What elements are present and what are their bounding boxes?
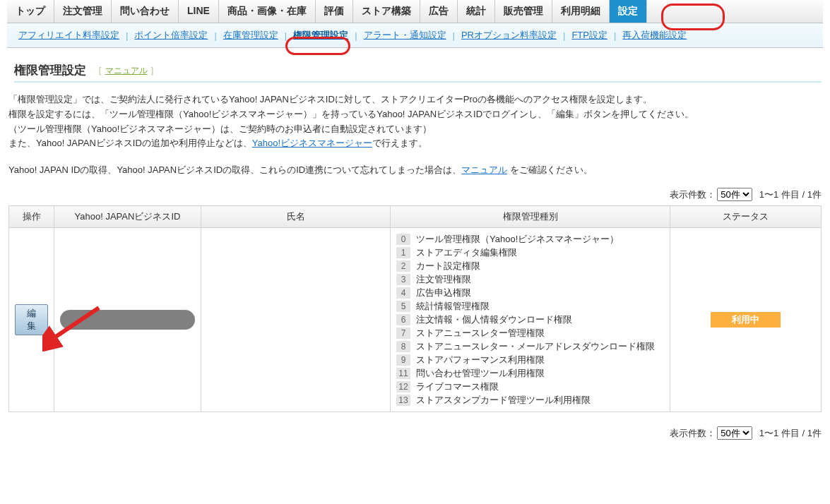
permission-number: 7 bbox=[396, 328, 410, 339]
yahoo-biz-manager-link[interactable]: Yahoo!ビジネスマネージャー bbox=[252, 138, 372, 148]
permission-item: 6注文情報・個人情報ダウンロード権限 bbox=[396, 313, 664, 326]
cell-permissions: 0ツール管理権限（Yahoo!ビジネスマネージャー）1ストアエディタ編集権限2カ… bbox=[391, 228, 670, 412]
permission-text: カート設定権限 bbox=[416, 260, 480, 272]
sub-tab-sep: | bbox=[451, 30, 457, 41]
main-tab-11[interactable]: 設定 bbox=[610, 0, 647, 23]
permission-text: ライブコマース権限 bbox=[416, 380, 499, 393]
permissions-table: 操作 Yahoo! JAPANビジネスID 氏名 権限管理種別 ステータス 編集… bbox=[8, 205, 822, 412]
permission-item: 2カート設定権限 bbox=[396, 260, 664, 272]
permission-text: ストアエディタ編集権限 bbox=[416, 246, 517, 259]
permission-text: ツール管理権限（Yahoo!ビジネスマネージャー） bbox=[416, 233, 619, 246]
desc-line-4: また、Yahoo! JAPANビジネスIDの追加や利用停止などは、Yahoo!ビ… bbox=[8, 136, 822, 151]
sub-tab-sep: | bbox=[124, 30, 130, 41]
permission-text: 注文管理権限 bbox=[416, 273, 471, 286]
pager-bottom: 表示件数：50件 1〜1 件目 / 1件 bbox=[8, 426, 822, 440]
sub-tab-4[interactable]: アラート・通知設定 bbox=[360, 28, 451, 43]
permission-text: 広告申込権限 bbox=[416, 287, 471, 299]
page-size-select[interactable]: 50件 bbox=[717, 188, 752, 201]
sub-tab-bar: アフィリエイト料率設定|ポイント倍率設定|在庫管理設定|権限管理設定|アラート・… bbox=[7, 23, 823, 48]
permission-item: 0ツール管理権限（Yahoo!ビジネスマネージャー） bbox=[396, 233, 664, 246]
main-tab-9[interactable]: 販売管理 bbox=[495, 0, 552, 23]
th-status: ステータス bbox=[670, 206, 822, 228]
permission-item: 13ストアスタンプカード管理ツール利用権限 bbox=[396, 394, 664, 407]
sub-tab-7[interactable]: 再入荷機能設定 bbox=[618, 28, 691, 43]
table-header-row: 操作 Yahoo! JAPANビジネスID 氏名 権限管理種別 ステータス bbox=[9, 206, 822, 228]
main-tab-1[interactable]: 注文管理 bbox=[54, 0, 112, 23]
desc-line-2: 権限を設定するには、「ツール管理権限（Yahoo!ビジネスマネージャー）」を持っ… bbox=[8, 107, 822, 122]
permission-text: 統計情報管理権限 bbox=[416, 300, 490, 313]
redacted-id bbox=[60, 310, 195, 330]
pager-label: 表示件数： bbox=[670, 189, 716, 200]
page-title-row: 権限管理設定 ［ マニュアル ］ bbox=[14, 62, 822, 83]
sub-tab-sep: | bbox=[561, 30, 567, 41]
permission-number: 6 bbox=[396, 314, 410, 325]
sub-tab-1[interactable]: ポイント倍率設定 bbox=[130, 28, 212, 43]
desc-line-4-post: で行えます。 bbox=[372, 138, 427, 148]
sub-tab-6[interactable]: FTP設定 bbox=[567, 28, 612, 43]
permission-text: ストアニュースレター・メールアドレスダウンロード権限 bbox=[416, 340, 655, 353]
page-size-select-bottom[interactable]: 50件 bbox=[717, 426, 752, 440]
description-block: 「権限管理設定」では、ご契約法人に発行されているYahoo! JAPANビジネス… bbox=[8, 92, 822, 151]
main-tab-6[interactable]: ストア構築 bbox=[353, 0, 420, 23]
permission-number: 5 bbox=[396, 301, 410, 312]
desc-line-3: （ツール管理権限（Yahoo!ビジネスマネージャー）は、ご契約時のお申込者に自動… bbox=[8, 122, 822, 137]
permission-text: ストアニュースレター管理権限 bbox=[416, 327, 545, 340]
edit-button[interactable]: 編集 bbox=[15, 304, 48, 335]
cell-operation: 編集 bbox=[9, 228, 54, 412]
permission-number: 9 bbox=[396, 354, 410, 366]
page-title: 権限管理設定 bbox=[14, 62, 86, 78]
cell-status: 利用中 bbox=[670, 228, 822, 412]
permission-number: 4 bbox=[396, 287, 410, 299]
desc-line-1: 「権限管理設定」では、ご契約法人に発行されているYahoo! JAPANビジネス… bbox=[8, 92, 822, 107]
permission-text: 注文情報・個人情報ダウンロード権限 bbox=[416, 313, 572, 326]
pager-top: 表示件数：50件 1〜1 件目 / 1件 bbox=[8, 188, 822, 201]
manual-brackets: ［ マニュアル ］ bbox=[93, 64, 159, 77]
pager-range: 1〜1 件目 / 1件 bbox=[759, 189, 822, 200]
permission-text: 問い合わせ管理ツール利用権限 bbox=[416, 367, 545, 380]
table-row: 編集 0ツール管理権限（Yahoo!ビジネスマネージャー）1ストアエディタ編集権… bbox=[9, 228, 822, 412]
permission-item: 7ストアニュースレター管理権限 bbox=[396, 327, 664, 340]
sub-tab-2[interactable]: 在庫管理設定 bbox=[219, 28, 283, 43]
permission-item: 3注文管理権限 bbox=[396, 273, 664, 286]
permission-number: 13 bbox=[396, 395, 410, 406]
permission-item: 9ストアパフォーマンス利用権限 bbox=[396, 354, 664, 366]
desc2-post: をご確認ください。 bbox=[507, 164, 593, 175]
sub-tab-3[interactable]: 権限管理設定 bbox=[289, 28, 352, 43]
main-tab-10[interactable]: 利用明細 bbox=[552, 0, 610, 23]
permission-number: 3 bbox=[396, 274, 410, 285]
cell-business-id bbox=[54, 228, 201, 412]
main-tab-0[interactable]: トップ bbox=[7, 0, 54, 23]
permission-number: 1 bbox=[396, 247, 410, 258]
pager-label-bottom: 表示件数： bbox=[670, 428, 716, 438]
manual-link-2[interactable]: マニュアル bbox=[461, 164, 507, 175]
permission-number: 2 bbox=[396, 260, 410, 272]
cell-name bbox=[201, 228, 391, 412]
sub-tab-5[interactable]: PRオプション料率設定 bbox=[457, 28, 561, 43]
main-tab-5[interactable]: 評価 bbox=[316, 0, 353, 23]
permission-number: 8 bbox=[396, 341, 410, 352]
desc2-pre: Yahoo! JAPAN IDの取得、Yahoo! JAPANビジネスIDの取得… bbox=[8, 164, 461, 175]
permission-text: ストアパフォーマンス利用権限 bbox=[416, 354, 545, 366]
th-name: 氏名 bbox=[201, 206, 391, 228]
main-tab-bar: トップ注文管理問い合わせLINE商品・画像・在庫評価ストア構築広告統計販売管理利… bbox=[7, 0, 823, 23]
main-tab-3[interactable]: LINE bbox=[179, 0, 219, 23]
sub-tab-sep: | bbox=[283, 30, 289, 41]
permission-item: 11問い合わせ管理ツール利用権限 bbox=[396, 367, 664, 380]
permission-text: ストアスタンプカード管理ツール利用権限 bbox=[416, 394, 591, 407]
sub-tab-sep: | bbox=[212, 30, 218, 41]
permission-item: 1ストアエディタ編集権限 bbox=[396, 246, 664, 259]
pager-range-bottom: 1〜1 件目 / 1件 bbox=[759, 428, 822, 438]
main-tab-7[interactable]: 広告 bbox=[420, 0, 458, 23]
main-tab-8[interactable]: 統計 bbox=[458, 0, 495, 23]
manual-link[interactable]: マニュアル bbox=[105, 66, 148, 76]
sub-tab-sep: | bbox=[352, 30, 359, 41]
permission-number: 12 bbox=[396, 381, 410, 392]
sub-tab-0[interactable]: アフィリエイト料率設定 bbox=[14, 28, 124, 43]
status-badge: 利用中 bbox=[711, 312, 781, 328]
permission-item: 5統計情報管理権限 bbox=[396, 300, 664, 313]
description-block-2: Yahoo! JAPAN IDの取得、Yahoo! JAPANビジネスIDの取得… bbox=[8, 164, 822, 176]
main-tab-4[interactable]: 商品・画像・在庫 bbox=[219, 0, 316, 23]
main-tab-2[interactable]: 問い合わせ bbox=[112, 0, 179, 23]
permission-number: 0 bbox=[396, 234, 410, 245]
sub-tab-sep: | bbox=[612, 30, 618, 41]
